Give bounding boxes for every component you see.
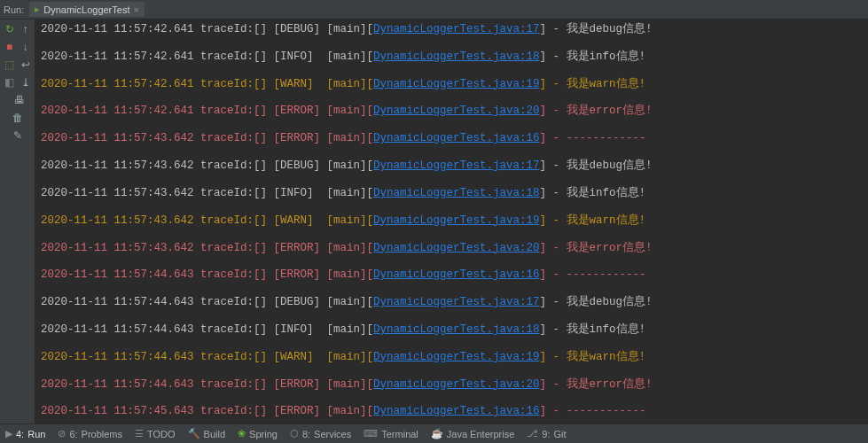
log-line: 2020-11-11 11:57:43.642 traceId:[] [ERRO… [41,132,868,145]
tool-services[interactable]: ⬡ 8: Services [290,428,351,439]
tool-git-label: Git [553,429,566,439]
log-line: 2020-11-11 11:57:43.642 traceId:[] [DEBU… [41,159,868,173]
up-icon[interactable]: ↑ [20,23,32,35]
source-link[interactable]: DynamicLoggerTest.java:19 [373,214,540,227]
tool-git-num: 9: [542,429,550,439]
run-tool-window: ↻ ↑ ■ ↓ ⬚ ↩ ◧ ⤓ 🖶 🗑 ✎ 2020-11-11 11:57:4… [0,19,868,424]
source-link[interactable]: DynamicLoggerTest.java:18 [373,187,540,199]
build-icon: 🔨 [188,428,200,439]
log-line: 2020-11-11 11:57:43.642 traceId:[] [INFO… [41,187,868,200]
pin-icon[interactable]: ◧ [4,76,16,89]
run-toolbar: ↻ ↑ ■ ↓ ⬚ ↩ ◧ ⤓ 🖶 🗑 ✎ [0,19,35,424]
log-line: 2020-11-11 11:57:44.643 traceId:[] [ERRO… [41,378,868,392]
log-line: 2020-11-11 11:57:45.643 traceId:[] [ERRO… [41,405,868,418]
log-line: 2020-11-11 11:57:42.641 traceId:[] [WARN… [41,78,868,91]
rerun-icon[interactable]: ↻ [4,23,16,35]
java-class-icon: ▸ [35,4,40,15]
problems-icon: ⊘ [58,428,66,439]
source-link[interactable]: DynamicLoggerTest.java:17 [373,23,540,35]
log-line: 2020-11-11 11:57:44.643 traceId:[] [ERRO… [41,268,868,282]
terminal-icon: ⌨ [364,428,378,439]
run-tab-bar: Run: ▸ DynamicLoggerTest × [0,0,868,19]
wrap-icon[interactable]: ↩ [20,58,32,71]
tool-window-bar: ▶ 4: Run ⊘ 6: Problems ☰ TODO 🔨 Build ❀ … [0,424,868,443]
todo-icon: ☰ [135,428,144,439]
source-link[interactable]: DynamicLoggerTest.java:19 [373,78,540,90]
log-line: 2020-11-11 11:57:43.642 traceId:[] [WARN… [41,214,868,228]
log-line: 2020-11-11 11:57:42.641 traceId:[] [DEBU… [41,23,868,36]
tool-todo-label: TODO [147,429,176,439]
log-line: 2020-11-11 11:57:42.641 traceId:[] [ERRO… [41,105,868,118]
git-icon: ⎇ [527,428,538,439]
tool-run-label: Run [27,429,45,439]
spring-icon: ❀ [238,428,246,439]
tool-problems-num: 6: [69,429,77,439]
log-line: 2020-11-11 11:57:44.643 traceId:[] [WARN… [41,351,868,364]
print-icon[interactable]: 🖶 [13,94,26,106]
tool-problems-label: Problems [82,429,122,439]
tool-java-ee-label: Java Enterprise [447,429,514,439]
tool-java-enterprise[interactable]: ☕ Java Enterprise [431,428,514,439]
close-icon[interactable]: × [133,4,138,15]
down-icon[interactable]: ↓ [20,41,32,53]
services-icon: ⬡ [290,428,299,439]
source-link[interactable]: DynamicLoggerTest.java:20 [373,105,540,117]
source-link[interactable]: DynamicLoggerTest.java:18 [373,51,540,63]
tool-services-num: 8: [302,429,310,439]
source-link[interactable]: DynamicLoggerTest.java:20 [373,242,540,254]
tool-terminal[interactable]: ⌨ Terminal [364,428,418,439]
tool-build[interactable]: 🔨 Build [188,428,225,439]
clear-icon[interactable]: 🗑 [12,112,24,124]
log-line: 2020-11-11 11:57:44.643 traceId:[] [DEBU… [41,296,868,309]
tool-todo[interactable]: ☰ TODO [135,428,176,439]
run-label: Run: [4,4,24,15]
tool-spring[interactable]: ❀ Spring [238,428,278,439]
java-ee-icon: ☕ [431,428,443,439]
source-link[interactable]: DynamicLoggerTest.java:16 [373,405,540,417]
tool-spring-label: Spring [249,429,278,439]
log-line: 2020-11-11 11:57:43.642 traceId:[] [ERRO… [41,242,868,255]
source-link[interactable]: DynamicLoggerTest.java:20 [373,378,540,391]
run-config-tab[interactable]: ▸ DynamicLoggerTest × [29,2,145,17]
run-config-name: DynamicLoggerTest [43,4,129,15]
log-line: 2020-11-11 11:57:42.641 traceId:[] [INFO… [41,51,868,64]
source-link[interactable]: DynamicLoggerTest.java:17 [373,296,540,308]
tool-run-num: 4: [16,429,24,439]
tool-problems[interactable]: ⊘ 6: Problems [58,428,122,439]
log-line: 2020-11-11 11:57:44.643 traceId:[] [INFO… [41,323,868,337]
tool-git[interactable]: ⎇ 9: Git [527,428,566,439]
source-link[interactable]: DynamicLoggerTest.java:18 [373,323,540,336]
run-tool-icon: ▶ [5,428,12,439]
source-link[interactable]: DynamicLoggerTest.java:17 [373,159,540,172]
tool-run[interactable]: ▶ 4: Run [5,428,45,439]
console-output[interactable]: 2020-11-11 11:57:42.641 traceId:[] [DEBU… [35,19,868,424]
stop-icon[interactable]: ■ [4,41,16,53]
filter-icon[interactable]: ✎ [12,129,24,142]
tool-build-label: Build [204,429,225,439]
source-link[interactable]: DynamicLoggerTest.java:16 [373,132,540,144]
source-link[interactable]: DynamicLoggerTest.java:19 [373,351,540,363]
scroll-icon[interactable]: ⤓ [20,76,32,89]
layout-icon[interactable]: ⬚ [4,58,16,71]
tool-terminal-label: Terminal [381,429,418,439]
source-link[interactable]: DynamicLoggerTest.java:16 [373,268,540,281]
tool-services-label: Services [314,429,351,439]
